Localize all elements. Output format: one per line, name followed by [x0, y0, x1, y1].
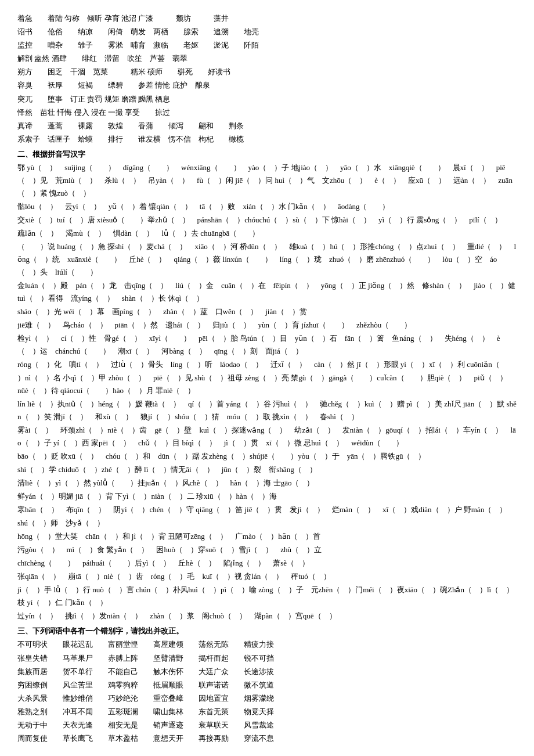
text-line: 张qiān（ ） 崩tā（ ）niè（ ）齿 róng（ ）毛 kuī（ ）视 …: [17, 570, 517, 583]
text-line: 无动于中 天衣无逢 相安无是 销声逐迹 衰草联天 风雪裁途: [17, 719, 517, 732]
text-line: lín liè（ ）执niǔ（ ）héng（ ）媛 鞭tà（ ） qí（ ）首 …: [17, 398, 517, 423]
text-line: 张皇失错 马革果尸 赤膊上阵 坚臂清野 揭杆而起 锐不可挡: [17, 652, 517, 665]
text-line: 真谛 蓬蒿 裸露 敦煌 香蒲 倾泻 翩和 荆条: [17, 120, 517, 132]
text-line: 鲜yán（ ）明媚 jiā（ ）背 下yì（ ）niàn（ ）二 珍xiū（ ）…: [17, 490, 517, 503]
text-line: 解剖 盎然 酒肆 绯红 滞留 吹笙 芦荟 翡翠: [17, 52, 517, 65]
text-line: 检yì（ ） cí（ ）性 骨gé（ ） xīyì（ ） pēi（ ）胎 鸟tú…: [17, 332, 517, 358]
text-line: jiē难（ ） 鸟cháo（ ） piān（ ）然 遗hái（ ） 归jiù（ …: [17, 319, 517, 332]
text-line: róng（ ）化 嗔tì（ ） 过lǜ（ ）骨头 líng（ ）听 láodao…: [17, 358, 517, 397]
text-line: 雅熟之别 冲耳不闻 五彩斑澜 啸山集林 东首无策 物竟天择: [17, 705, 517, 718]
text-line: 过yín（ ） 挑tì（ ）发niàn（ ） zhàn（ ）浆 阁chuò（ ）…: [17, 610, 517, 622]
text-line: 朔方 困乏 干涸 苋菜 糯米 硕师 骈死 好读书: [17, 66, 517, 78]
text-line: 污gòu（ ） mì（ ）食 繁yǎn（ ） 困huò（ ）穿suō（ ）雪jì…: [17, 543, 517, 556]
text-line: 突兀 堕事 订正 责罚 规矩 磨蹭 黝黑 栖息: [17, 93, 517, 106]
text-line: 大杀风景 惟妙维俏 巧妙绝沦 重峦叠嶂 因地置宜 烟雾濛绕: [17, 692, 517, 705]
text-line: 鄂 yù（ ） suíjing（ ） dígāng（ ） wénxiāng（ ）…: [17, 161, 517, 200]
text-line: （ ）说 huáng（ ）急 探shì（ ）麦chá（ ） xiāo（ ）河 桥…: [17, 240, 517, 279]
text-line: hōng（ ）堂大笑 chān（ ）和 jì（ ）背 丑陋可zēng（ ） 广m…: [17, 530, 517, 543]
text-line: 系索子 话匣子 蛤蟆 排行 谁发横 愣不信 枸杞 橄榄: [17, 133, 517, 146]
text-line: 交xiè（ ）tuí（ ）唐 xièsuǒ（ ）举zhǔ（ ） pánshān（…: [17, 214, 517, 239]
text-line: 清liè（ ）yì（ ）然 yùlǚ（ ）挂juǎn（ ）风chè（ ） hàn…: [17, 477, 517, 489]
text-line: 二、根据拼音写汉字: [17, 148, 517, 161]
text-line: 诏书 伧俗 纳凉 闲倚 萌发 两栖 腺索 追溯 地壳: [17, 26, 517, 38]
text-line: 容臭 袄厚 短褐 缥碧 参差 情怆 庇护 酿泉: [17, 79, 517, 92]
text-line: 监控 嘈杂 雏子 雾淞 哺育 濒临 老妪 淤泥 阡陌: [17, 39, 517, 52]
text-line: sháo（ ）光 wéi（ ）幕 画píng（ ） zhàn（ ）蓝 口wěn（…: [17, 305, 517, 318]
text-line: jì（ ）手 lǚ（ ）行 nuò（ ）言 chún（ ）朴风huì（ ）pì（…: [17, 584, 517, 609]
text-line: bāo（ ）贬 吹xū（ ） chóu（ ）和 dūn（ ）踞 发zhèng（ …: [17, 450, 517, 463]
text-line: 穷困缭倒 风尘苦里 鸡零狗粹 抵眉顺眼 联声诺诺 微不筑道: [17, 679, 517, 692]
text-line: 集族而居 贺不单行 不能自己 触木伤怀 大廷广众 长途涉拔: [17, 665, 517, 678]
text-line: 着急 着陆 匀称 倾听 孕育 池沼 广漆 颓坊 藻井: [17, 12, 517, 25]
text-line: shì（ ）学 chiduō（ ）zhé（ ）醉 lì（ ）情无āi（ ） jū…: [17, 463, 517, 476]
text-line: 金luán（ ）殿 pán（ ）龙 击qīng（ ） liú（ ）金 cuān（…: [17, 279, 517, 305]
text-line: 寒hān（ ） 布qīn（ ） 阴yì（ ）chén（ ）守 qiāng（ ）笛…: [17, 503, 517, 529]
main-content: 着急 着陆 匀称 倾听 孕育 池沼 广漆 颓坊 藻井诏书 伧俗 纳凉 闲倚 萌发…: [17, 12, 517, 745]
text-line: 雾ài（ ） 环颈zhì（ ）niè（ ）齿 gē（ ）壁 kuì（ ）探迷wǎ…: [17, 424, 517, 449]
text-line: 不可明状 眼花迟乱 富丽堂惶 高屋建领 荡然无陈 精疲力接: [17, 638, 517, 651]
text-line: chīchèng（ ） páihuái（ ）后yì（ ） 丘hè（ ） 陷jǐn…: [17, 557, 517, 570]
text-line: 三、下列词语中各有一个错别字，请找出并改正。: [17, 625, 517, 638]
text-line: 怿然 苗壮 忏悔 侵入 浸在 一撮 享受 掠过: [17, 106, 517, 119]
text-line: 骷lóu（ ） 云yì（ ） yǔ（ ）着 镶qiàn（ ） tā（ ）败 xi…: [17, 200, 517, 213]
text-line: 周而复使 草长鹰飞 草木盈枯 意想天开 再接再励 穿流不息: [17, 732, 517, 745]
